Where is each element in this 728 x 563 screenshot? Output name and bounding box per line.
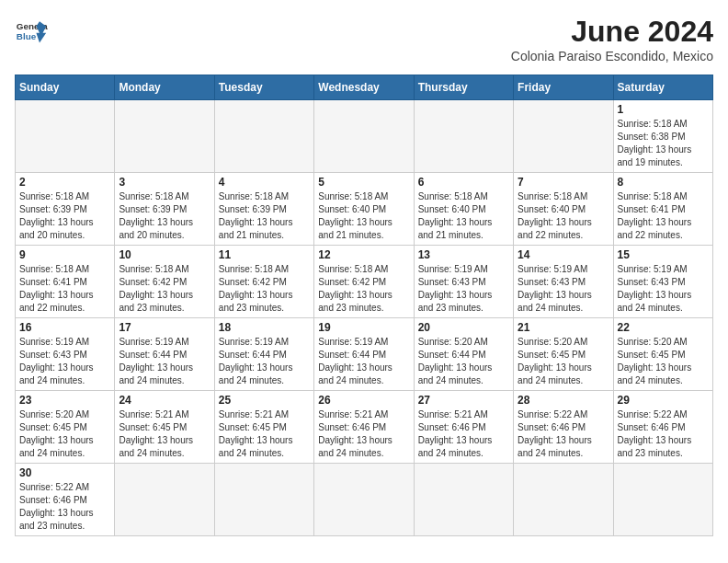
day-10: 10 Sunrise: 5:18 AM Sunset: 6:42 PM Dayl…	[115, 246, 214, 318]
day-24: 24 Sunrise: 5:21 AM Sunset: 6:45 PM Dayl…	[115, 391, 214, 464]
day-8: 8 Sunrise: 5:18 AM Sunset: 6:41 PM Dayli…	[613, 173, 712, 246]
day-16: 16 Sunrise: 5:19 AM Sunset: 6:43 PM Dayl…	[16, 318, 115, 391]
weekday-header-row: Sunday Monday Tuesday Wednesday Thursday…	[16, 75, 713, 100]
logo-icon: General Blue	[15, 15, 48, 48]
day-29: 29 Sunrise: 5:22 AM Sunset: 6:46 PM Dayl…	[613, 391, 712, 464]
logo: General Blue	[15, 15, 48, 48]
header-sunday: Sunday	[16, 75, 115, 100]
day-empty-6	[514, 100, 613, 173]
day-19: 19 Sunrise: 5:19 AM Sunset: 6:44 PM Dayl…	[314, 318, 414, 391]
day-14: 14 Sunrise: 5:19 AM Sunset: 6:43 PM Dayl…	[514, 246, 613, 318]
day-empty-4	[314, 100, 414, 173]
day-15: 15 Sunrise: 5:19 AM Sunset: 6:43 PM Dayl…	[613, 246, 712, 318]
day-empty-r6-5	[414, 464, 513, 536]
svg-text:Blue: Blue	[17, 31, 37, 41]
day-empty-2	[115, 100, 214, 173]
header-friday: Friday	[514, 75, 613, 100]
day-21: 21 Sunrise: 5:20 AM Sunset: 6:45 PM Dayl…	[514, 318, 613, 391]
header: General Blue June 2024 Colonia Paraiso E…	[15, 15, 713, 63]
day-empty-3	[214, 100, 313, 173]
day-25: 25 Sunrise: 5:21 AM Sunset: 6:45 PM Dayl…	[214, 391, 313, 464]
day-1: 1 Sunrise: 5:18 AM Sunset: 6:38 PM Dayli…	[613, 100, 712, 173]
day-empty-r6-6	[514, 464, 613, 536]
day-12: 12 Sunrise: 5:18 AM Sunset: 6:42 PM Dayl…	[314, 246, 414, 318]
day-empty-r6-7	[613, 464, 712, 536]
day-5: 5 Sunrise: 5:18 AM Sunset: 6:40 PM Dayli…	[314, 173, 414, 246]
day-empty-5	[414, 100, 513, 173]
day-28: 28 Sunrise: 5:22 AM Sunset: 6:46 PM Dayl…	[514, 391, 613, 464]
calendar-table: Sunday Monday Tuesday Wednesday Thursday…	[15, 75, 713, 536]
day-18: 18 Sunrise: 5:19 AM Sunset: 6:44 PM Dayl…	[214, 318, 313, 391]
header-thursday: Thursday	[414, 75, 513, 100]
day-7: 7 Sunrise: 5:18 AM Sunset: 6:40 PM Dayli…	[514, 173, 613, 246]
header-tuesday: Tuesday	[214, 75, 313, 100]
day-11: 11 Sunrise: 5:18 AM Sunset: 6:42 PM Dayl…	[214, 246, 313, 318]
header-monday: Monday	[115, 75, 214, 100]
day-27: 27 Sunrise: 5:21 AM Sunset: 6:46 PM Dayl…	[414, 391, 513, 464]
calendar-row-2: 2 Sunrise: 5:18 AM Sunset: 6:39 PM Dayli…	[16, 173, 713, 246]
day-4: 4 Sunrise: 5:18 AM Sunset: 6:39 PM Dayli…	[214, 173, 313, 246]
title-area: June 2024 Colonia Paraiso Escondido, Mex…	[511, 15, 713, 63]
day-empty-r6-3	[214, 464, 313, 536]
day-empty-r6-2	[115, 464, 214, 536]
day-6: 6 Sunrise: 5:18 AM Sunset: 6:40 PM Dayli…	[414, 173, 513, 246]
day-2: 2 Sunrise: 5:18 AM Sunset: 6:39 PM Dayli…	[16, 173, 115, 246]
day-23: 23 Sunrise: 5:20 AM Sunset: 6:45 PM Dayl…	[16, 391, 115, 464]
calendar-row-3: 9 Sunrise: 5:18 AM Sunset: 6:41 PM Dayli…	[16, 246, 713, 318]
day-22: 22 Sunrise: 5:20 AM Sunset: 6:45 PM Dayl…	[613, 318, 712, 391]
day-30: 30 Sunrise: 5:22 AM Sunset: 6:46 PM Dayl…	[16, 464, 115, 536]
calendar-row-1: 1 Sunrise: 5:18 AM Sunset: 6:38 PM Dayli…	[16, 100, 713, 173]
day-17: 17 Sunrise: 5:19 AM Sunset: 6:44 PM Dayl…	[115, 318, 214, 391]
day-empty-r6-4	[314, 464, 414, 536]
day-1-info: Sunrise: 5:18 AM Sunset: 6:38 PM Dayligh…	[618, 118, 709, 169]
location-subtitle: Colonia Paraiso Escondido, Mexico	[511, 49, 713, 63]
calendar-row-6: 30 Sunrise: 5:22 AM Sunset: 6:46 PM Dayl…	[16, 464, 713, 536]
day-26: 26 Sunrise: 5:21 AM Sunset: 6:46 PM Dayl…	[314, 391, 414, 464]
header-wednesday: Wednesday	[314, 75, 414, 100]
day-3: 3 Sunrise: 5:18 AM Sunset: 6:39 PM Dayli…	[115, 173, 214, 246]
calendar-row-5: 23 Sunrise: 5:20 AM Sunset: 6:45 PM Dayl…	[16, 391, 713, 464]
day-20: 20 Sunrise: 5:20 AM Sunset: 6:44 PM Dayl…	[414, 318, 513, 391]
day-13: 13 Sunrise: 5:19 AM Sunset: 6:43 PM Dayl…	[414, 246, 513, 318]
day-empty-1	[16, 100, 115, 173]
day-9: 9 Sunrise: 5:18 AM Sunset: 6:41 PM Dayli…	[16, 246, 115, 318]
calendar-row-4: 16 Sunrise: 5:19 AM Sunset: 6:43 PM Dayl…	[16, 318, 713, 391]
header-saturday: Saturday	[613, 75, 712, 100]
month-title: June 2024	[511, 15, 713, 49]
